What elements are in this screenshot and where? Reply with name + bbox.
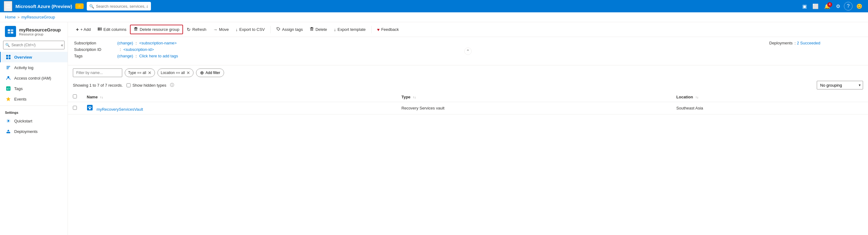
edit-columns-button[interactable]: Edit columns xyxy=(94,25,129,34)
svg-point-28 xyxy=(277,28,278,29)
deployments-value-link[interactable]: 2 Succeeded xyxy=(797,41,820,45)
settings-icon[interactable]: ⚙ xyxy=(834,2,842,10)
export-template-button[interactable]: ↓ Export template xyxy=(331,26,369,34)
location-filter-tag[interactable]: Location == all ✕ xyxy=(157,68,193,77)
sidebar-item-events[interactable]: Events xyxy=(0,94,68,104)
global-search-wrapper: 🔍 xyxy=(87,2,272,10)
tags-label: Tags xyxy=(14,86,23,91)
events-label: Events xyxy=(14,97,27,101)
move-label: Move xyxy=(219,27,229,32)
feedback-button[interactable]: ♥ Feedback xyxy=(374,26,402,34)
tags-icon: 🏷 xyxy=(5,86,11,91)
add-label: + Add xyxy=(80,27,91,32)
grouping-select[interactable]: No grouping Resource type Location Tag xyxy=(817,81,863,90)
svg-rect-9 xyxy=(6,67,9,68)
terminal-icon[interactable]: ▣ xyxy=(800,2,809,10)
profile-icon[interactable]: 😊 xyxy=(855,2,864,10)
sidebar-item-activity-log[interactable]: Activity log xyxy=(0,62,68,73)
table-header: Name ↑↓ Type ↑↓ Location ↑↓ xyxy=(68,92,868,102)
column-name-label: Name xyxy=(87,95,97,99)
delete-label: Delete xyxy=(315,27,327,32)
filter-by-name-input[interactable] xyxy=(73,68,122,77)
row-name-link[interactable]: myRecoveryServicesVault xyxy=(97,107,143,112)
cloud-shell-icon[interactable]: ⬜ xyxy=(811,2,820,10)
row-type-value: Recovery Services vault xyxy=(401,106,444,110)
subscription-label: Subscription xyxy=(74,41,117,45)
delete-button[interactable]: Delete xyxy=(307,25,330,34)
deployments-row: Deployments : 2 Succeeded xyxy=(769,41,862,45)
refresh-label: Refresh xyxy=(192,27,207,32)
info-left: Subscription (change) : <subscription-na… xyxy=(74,41,769,60)
table-select-all-checkbox[interactable] xyxy=(73,94,77,98)
table-body: myRecoveryServicesVault Recovery Service… xyxy=(68,102,868,114)
type-filter-tag[interactable]: Type == all ✕ xyxy=(125,68,155,77)
svg-rect-31 xyxy=(311,28,311,31)
column-type-header[interactable]: Type ↑↓ xyxy=(396,92,671,102)
location-sort-icon: ↑↓ xyxy=(695,96,699,99)
export-template-icon: ↓ xyxy=(334,27,336,32)
type-filter-label: Type == all xyxy=(128,71,146,75)
sidebar-item-access-control[interactable]: Access control (IAM) xyxy=(0,73,68,83)
toolbar: + + Add Edit columns xyxy=(68,22,868,37)
delete-resource-group-button[interactable]: Delete resource group xyxy=(130,25,183,34)
sidebar-item-tags[interactable]: 🏷 Tags xyxy=(0,83,68,94)
edit-columns-label: Edit columns xyxy=(103,27,126,32)
info-collapse-button[interactable]: ⌃ xyxy=(464,47,472,55)
activity-log-label: Activity log xyxy=(14,65,33,70)
breadcrumb-current[interactable]: myResourceGroup xyxy=(21,15,55,20)
sidebar-item-overview[interactable]: Overview xyxy=(0,52,68,62)
svg-rect-26 xyxy=(136,28,136,31)
row-location-cell: Southeast Asia xyxy=(671,102,868,114)
show-hidden-types-label[interactable]: Show hidden types xyxy=(127,83,166,88)
show-hidden-types-checkbox[interactable] xyxy=(127,83,130,87)
tags-value-link[interactable]: Click here to add tags xyxy=(139,54,178,58)
help-icon[interactable]: ? xyxy=(844,2,852,10)
hamburger-menu-button[interactable]: ☰ xyxy=(4,1,12,11)
svg-rect-29 xyxy=(310,28,314,28)
sidebar-search-wrapper: 🔍 « xyxy=(3,41,64,49)
breadcrumb-home[interactable]: Home xyxy=(5,15,16,20)
activity-log-icon xyxy=(5,65,11,70)
sidebar-search-input[interactable] xyxy=(3,41,64,49)
records-bar: Showing 1 to 7 of 7 records. Show hidden… xyxy=(68,79,868,92)
svg-rect-32 xyxy=(311,28,312,31)
svg-rect-21 xyxy=(101,28,101,31)
sidebar-search-icon: 🔍 xyxy=(5,43,10,47)
row-name-cell: myRecoveryServicesVault xyxy=(82,102,396,114)
column-name-header[interactable]: Name ↑↓ xyxy=(82,92,396,102)
info-separator-3: : xyxy=(135,54,137,58)
delete-icon xyxy=(310,27,314,32)
sidebar-collapse-button[interactable]: « xyxy=(61,42,63,47)
sidebar-item-deployments[interactable]: Deployments xyxy=(0,126,68,137)
subscription-change-link[interactable]: (change) xyxy=(117,41,133,45)
overview-icon xyxy=(5,54,11,60)
subscription-id-link[interactable]: <subscription-id> xyxy=(123,47,154,52)
type-filter-remove-icon[interactable]: ✕ xyxy=(148,71,152,75)
svg-rect-7 xyxy=(9,57,10,59)
type-sort-icon: ↑↓ xyxy=(413,96,416,99)
location-filter-remove-icon[interactable]: ✕ xyxy=(186,71,190,75)
row-checkbox[interactable] xyxy=(73,106,77,110)
svg-rect-10 xyxy=(6,68,9,69)
column-location-header[interactable]: Location ↑↓ xyxy=(671,92,868,102)
refresh-button[interactable]: ↻ Refresh xyxy=(184,25,210,34)
add-button[interactable]: + + Add xyxy=(73,25,94,34)
export-csv-button[interactable]: ↓ Export to CSV xyxy=(232,26,268,34)
export-template-label: Export template xyxy=(338,27,366,32)
global-search-input[interactable] xyxy=(87,2,151,10)
svg-rect-30 xyxy=(311,27,313,28)
column-location-label: Location xyxy=(676,95,693,99)
subscription-value-link[interactable]: <subscription-name> xyxy=(139,41,177,45)
collapse-arrow-icon: ⌃ xyxy=(466,49,470,54)
assign-tags-button[interactable]: Assign tags xyxy=(273,25,306,34)
tags-change-link[interactable]: (change) xyxy=(117,54,133,58)
notification-count: 4 xyxy=(827,2,832,7)
export-csv-icon: ↓ xyxy=(236,27,238,32)
svg-rect-1 xyxy=(11,29,13,31)
sidebar-item-quickstart[interactable]: Quickstart xyxy=(0,116,68,126)
move-button[interactable]: → Move xyxy=(210,26,232,34)
notifications-icon[interactable]: 🔔 4 xyxy=(822,2,832,10)
svg-rect-8 xyxy=(6,66,10,67)
svg-rect-0 xyxy=(8,29,10,31)
add-filter-button[interactable]: ⊕ Add filter xyxy=(196,68,224,77)
